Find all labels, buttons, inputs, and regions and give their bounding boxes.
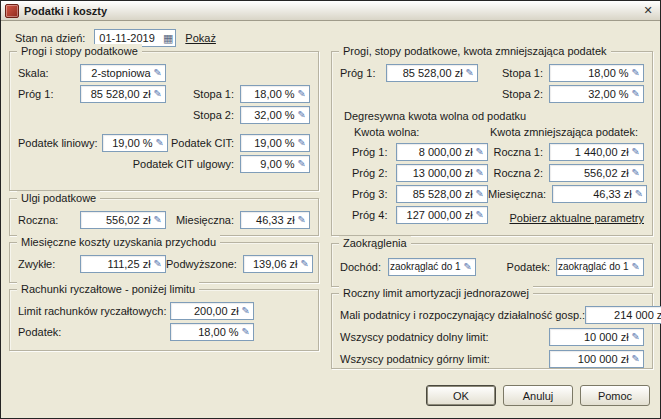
dolny-input[interactable]: 10 000 zł ✎: [549, 328, 644, 346]
gorny-value: 100 000 zł: [578, 353, 629, 365]
podwyzszone-input[interactable]: 139,06 zł ✎: [243, 255, 313, 273]
r-prog1-value: 85 528,00 zł: [403, 67, 463, 79]
ryczalt-podatek-input[interactable]: 18,00 % ✎: [170, 323, 254, 341]
roczna2-input[interactable]: 556,02 zł ✎: [549, 164, 644, 182]
skala-input[interactable]: 2-stopniowa ✎: [80, 64, 166, 82]
podwyzszone-value: 139,06 zł: [253, 258, 298, 270]
r-miesieczna-value: 46,33 zł: [593, 188, 632, 200]
kw-prog2-label: Próg 2:: [352, 167, 396, 179]
edit-icon[interactable]: ✎: [632, 262, 640, 272]
edit-icon[interactable]: ✎: [154, 259, 162, 269]
limit-input[interactable]: 200,00 zł ✎: [170, 302, 254, 320]
cit-input[interactable]: 19,00 % ✎: [240, 134, 310, 152]
edit-icon[interactable]: ✎: [632, 168, 640, 178]
edit-icon[interactable]: ✎: [476, 210, 484, 220]
roczna1-value: 1 440,00 zł: [575, 146, 629, 158]
group-body: Dochód: zaokrąglać do 1 ✎ Podatek: zaokr…: [340, 255, 644, 284]
edit-icon[interactable]: ✎: [476, 147, 484, 157]
anuluj-button[interactable]: Anuluj: [503, 385, 573, 406]
degresywna-headers: Kwota wolna: Kwota zmniejszająca podatek…: [340, 126, 644, 138]
title-bar: Podatki i koszty ✕: [1, 1, 660, 21]
kw-prog3-label: Próg 3:: [352, 188, 396, 200]
edit-icon[interactable]: ✎: [298, 159, 306, 169]
row-mali: Mali podatnicy i rozpoczynający działaln…: [340, 305, 644, 324]
r-stopa1-input[interactable]: 18,00 % ✎: [549, 64, 644, 82]
r-prog1-input[interactable]: 85 528,00 zł ✎: [386, 64, 478, 82]
row-zaokraglenia: Dochód: zaokrąglać do 1 ✎ Podatek: zaokr…: [340, 257, 644, 276]
pomoc-button[interactable]: Pomoc: [580, 385, 650, 406]
roczna1-input[interactable]: 1 440,00 zł ✎: [549, 143, 644, 161]
row-r-prog1: Próg 1: 85 528,00 zł ✎ Stopa 1: 18,00 % …: [340, 63, 644, 82]
edit-icon[interactable]: ✎: [635, 189, 643, 199]
dolny-value: 10 000 zł: [584, 331, 629, 343]
r-miesieczna-input[interactable]: 46,33 zł ✎: [552, 185, 647, 203]
row-kw-prog1: Próg 1: 8 000,00 zł ✎ Roczna 1: 1 440,00…: [340, 142, 644, 161]
zwykle-label: Zwykłe:: [18, 258, 80, 270]
edit-icon[interactable]: ✎: [242, 306, 250, 316]
close-button[interactable]: ✕: [640, 4, 656, 18]
stopa1-value: 18,00 %: [254, 88, 294, 100]
zwykle-value: 111,25 zł: [108, 258, 151, 270]
group-title: Miesięczne koszty uzyskania przychodu: [17, 235, 220, 249]
liniowy-input[interactable]: 19,00 % ✎: [102, 134, 168, 152]
cit-ulgowy-label: Podatek CIT ulgowy:: [133, 158, 234, 170]
edit-icon[interactable]: ✎: [464, 262, 472, 272]
r-stopa2-input[interactable]: 32,00 % ✎: [549, 85, 644, 103]
group-body: Limit rachunków ryczałtowych: 200,00 zł …: [18, 301, 310, 348]
group-koszty: Miesięczne koszty uzyskania przychodu Zw…: [9, 242, 319, 283]
edit-icon[interactable]: ✎: [154, 215, 162, 225]
row-liniowy: Podatek liniowy: 19,00 % ✎ Podatek CIT: …: [18, 133, 310, 152]
edit-icon[interactable]: ✎: [476, 168, 484, 178]
edit-icon[interactable]: ✎: [632, 68, 640, 78]
edit-icon[interactable]: ✎: [154, 89, 162, 99]
miesieczna-input[interactable]: 46,33 zł ✎: [240, 211, 310, 229]
zaokr-podatek-input[interactable]: zaokrąglać do 1 ✎: [556, 258, 644, 276]
pobierz-link[interactable]: Pobierz aktualne parametry: [509, 212, 644, 224]
group-title: Ulgi podatkowe: [17, 191, 100, 205]
group-body: Roczna: 556,02 zł ✎ Miesięczna: 46,33 zł…: [18, 210, 310, 233]
edit-icon[interactable]: ✎: [476, 189, 484, 199]
calendar-icon[interactable]: ▦: [163, 33, 173, 44]
r-prog1-label: Próg 1:: [340, 67, 386, 79]
button-row: OK Anuluj Pomoc: [426, 385, 650, 406]
gorny-input[interactable]: 100 000 zł ✎: [549, 350, 644, 368]
row-dolny: Wszyscy podatnicy dolny limit: 10 000 zł…: [340, 327, 644, 346]
cit-ulgowy-input[interactable]: 9,00 % ✎: [240, 155, 310, 173]
group-ryczalt: Rachunki ryczałtowe - poniżej limitu Lim…: [9, 289, 319, 351]
show-link[interactable]: Pokaż: [185, 32, 216, 44]
edit-icon[interactable]: ✎: [632, 89, 640, 99]
mali-input[interactable]: 214 000 zł ✎: [585, 306, 661, 324]
r-stopa1-value: 18,00 %: [588, 67, 628, 79]
kw-prog2-input[interactable]: 13 000,00 zł ✎: [396, 164, 488, 182]
edit-icon[interactable]: ✎: [632, 332, 640, 342]
edit-icon[interactable]: ✎: [242, 327, 250, 337]
edit-icon[interactable]: ✎: [466, 68, 474, 78]
row-kw-prog2: Próg 2: 13 000,00 zł ✎ Roczna 2: 556,02 …: [340, 163, 644, 182]
ok-button[interactable]: OK: [426, 385, 496, 406]
edit-icon[interactable]: ✎: [298, 138, 306, 148]
mali-value: 214 000 zł: [614, 309, 661, 321]
kw-prog1-input[interactable]: 8 000,00 zł ✎: [396, 143, 488, 161]
dochod-input[interactable]: zaokrąglać do 1 ✎: [388, 258, 476, 276]
roczna-input[interactable]: 556,02 zł ✎: [80, 211, 166, 229]
dochod-value: zaokrąglać do 1: [390, 261, 461, 272]
stopa1-label: Stopa 1:: [193, 88, 234, 100]
mali-label: Mali podatnicy i rozpoczynający działaln…: [340, 309, 585, 321]
edit-icon[interactable]: ✎: [156, 138, 164, 148]
kw-prog1-label: Próg 1:: [352, 146, 396, 158]
edit-icon[interactable]: ✎: [298, 215, 306, 225]
edit-icon[interactable]: ✎: [154, 68, 162, 78]
prog1-input[interactable]: 85 528,00 zł ✎: [80, 85, 166, 103]
stopa2-input[interactable]: 32,00 % ✎: [240, 106, 310, 124]
kw-prog3-input[interactable]: 85 528,00 zł ✎: [396, 185, 488, 203]
group-body: Mali podatnicy i rozpoczynający działaln…: [340, 305, 644, 366]
edit-icon[interactable]: ✎: [632, 354, 640, 364]
edit-icon[interactable]: ✎: [298, 110, 306, 120]
edit-icon[interactable]: ✎: [632, 147, 640, 157]
zwykle-input[interactable]: 111,25 zł ✎: [80, 255, 166, 273]
stopa1-input[interactable]: 18,00 % ✎: [240, 85, 310, 103]
prog1-label: Próg 1:: [18, 88, 80, 100]
edit-icon[interactable]: ✎: [301, 259, 309, 269]
edit-icon[interactable]: ✎: [298, 89, 306, 99]
kw-prog4-input[interactable]: 127 000,00 zł ✎: [396, 206, 488, 224]
